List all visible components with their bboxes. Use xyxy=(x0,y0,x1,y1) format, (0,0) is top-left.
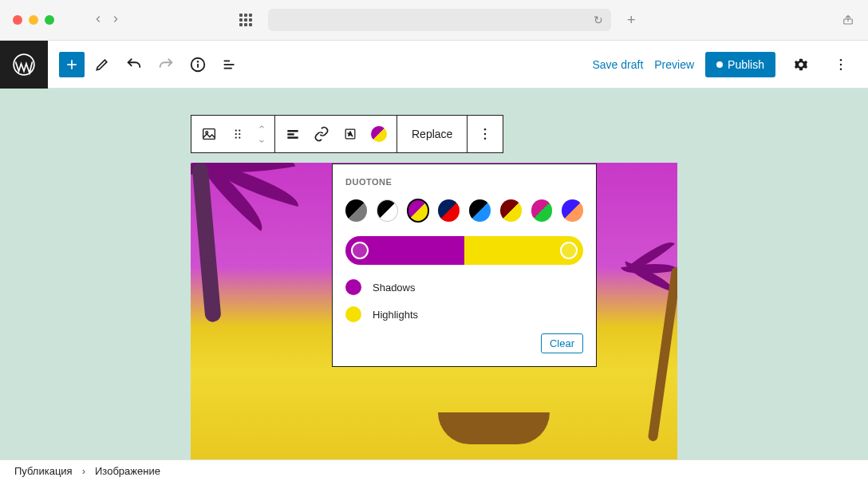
save-draft-button[interactable]: Save draft xyxy=(592,58,643,71)
svg-point-17 xyxy=(235,133,237,135)
svg-point-11 xyxy=(840,63,842,65)
add-block-button[interactable] xyxy=(59,52,85,77)
svg-rect-21 xyxy=(287,130,298,132)
drag-handle-icon[interactable] xyxy=(223,120,252,148)
redo-icon xyxy=(152,50,180,79)
info-icon[interactable] xyxy=(183,50,212,79)
preset-blue-red[interactable] xyxy=(438,199,460,222)
editor-topbar: Save draft Preview Publish xyxy=(0,41,868,89)
publish-button[interactable]: Publish xyxy=(705,52,775,77)
svg-rect-23 xyxy=(287,136,298,139)
breadcrumb: Публикация › Изображение xyxy=(0,459,868,481)
svg-rect-13 xyxy=(203,129,215,140)
block-more-icon[interactable] xyxy=(471,120,499,148)
reload-icon[interactable]: ↻ xyxy=(594,14,603,26)
duotone-gradient-bar[interactable] xyxy=(345,236,583,265)
edit-mode-icon[interactable] xyxy=(88,50,116,79)
duotone-title: DUOTONE xyxy=(345,177,583,187)
replace-button[interactable]: Replace xyxy=(400,115,464,153)
crop-icon[interactable]: A xyxy=(336,120,365,148)
outline-icon[interactable] xyxy=(215,50,244,79)
window-close[interactable] xyxy=(13,15,22,25)
svg-point-12 xyxy=(840,68,842,70)
window-minimize[interactable] xyxy=(29,15,38,25)
preset-blue-orange[interactable] xyxy=(562,199,583,222)
shadows-row[interactable]: Shadows xyxy=(345,279,583,295)
highlights-label: Highlights xyxy=(373,309,418,321)
block-toolbar: A Replace xyxy=(191,115,503,153)
svg-point-28 xyxy=(484,138,487,140)
image-decor xyxy=(191,163,318,346)
svg-point-16 xyxy=(239,129,240,131)
preset-dark-grayscale[interactable] xyxy=(345,199,367,222)
breadcrumb-root[interactable]: Публикация xyxy=(14,465,73,477)
editor-canvas: A Replace DUOTONE xyxy=(0,89,868,459)
highlights-color-dot xyxy=(345,306,361,322)
image-decor xyxy=(438,412,550,444)
nav-forward[interactable] xyxy=(110,12,121,29)
apps-grid-icon[interactable] xyxy=(239,14,252,26)
svg-point-19 xyxy=(235,136,237,138)
duotone-filter-icon[interactable] xyxy=(365,120,393,148)
nav-back[interactable] xyxy=(93,12,104,29)
block-type-icon[interactable] xyxy=(195,120,223,148)
move-up-icon[interactable] xyxy=(252,120,271,134)
share-icon[interactable] xyxy=(841,12,855,29)
svg-point-6 xyxy=(198,61,199,61)
link-icon[interactable] xyxy=(307,120,336,148)
preview-button[interactable]: Preview xyxy=(654,58,694,71)
wp-logo[interactable] xyxy=(0,41,48,89)
svg-point-26 xyxy=(484,128,487,131)
chevron-right-icon: › xyxy=(82,465,85,477)
gradient-handle-shadows[interactable] xyxy=(351,242,369,259)
preset-magenta-yellow[interactable] xyxy=(500,199,522,222)
shadows-label: Shadows xyxy=(373,282,415,294)
clear-button[interactable]: Clear xyxy=(541,333,583,353)
svg-point-27 xyxy=(484,133,487,136)
gradient-handle-highlights[interactable] xyxy=(560,242,578,259)
svg-point-18 xyxy=(239,133,240,135)
settings-icon[interactable] xyxy=(787,50,815,79)
highlights-row[interactable]: Highlights xyxy=(345,306,583,322)
breadcrumb-current[interactable]: Изображение xyxy=(95,465,160,477)
svg-point-10 xyxy=(840,58,842,61)
preset-purple-yellow[interactable] xyxy=(408,199,429,222)
svg-rect-22 xyxy=(287,133,294,136)
window-zoom[interactable] xyxy=(45,15,54,25)
preset-midnight[interactable] xyxy=(469,199,491,222)
image-decor xyxy=(598,242,677,450)
align-icon[interactable] xyxy=(278,120,307,148)
more-menu-icon[interactable] xyxy=(827,50,855,79)
svg-point-20 xyxy=(239,136,240,138)
svg-text:A: A xyxy=(349,131,353,136)
preset-grayscale[interactable] xyxy=(377,199,398,222)
url-bar[interactable]: ↻ xyxy=(268,9,611,31)
new-tab-button[interactable]: + xyxy=(627,12,636,29)
duotone-presets xyxy=(345,199,583,222)
duotone-popover: DUOTONE Shadows Highlights Clear xyxy=(332,164,597,367)
window-controls xyxy=(13,15,54,25)
browser-chrome: ↻ + xyxy=(0,0,868,41)
shadows-color-dot xyxy=(345,279,361,295)
svg-point-15 xyxy=(235,129,237,131)
move-down-icon[interactable] xyxy=(252,134,271,148)
undo-icon[interactable] xyxy=(120,50,148,79)
preset-purple-green[interactable] xyxy=(531,199,553,222)
